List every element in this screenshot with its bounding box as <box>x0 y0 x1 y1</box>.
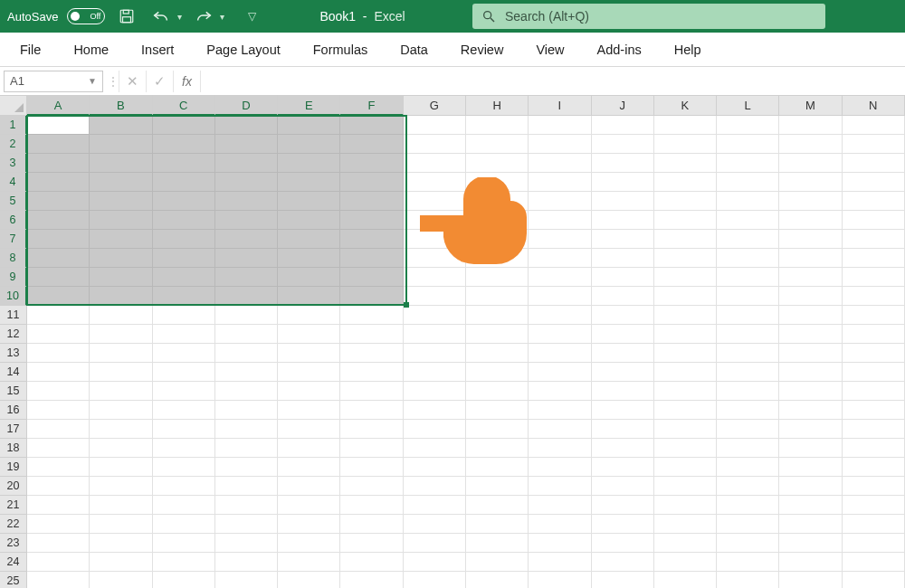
cell[interactable] <box>717 458 779 477</box>
cell[interactable] <box>779 477 842 496</box>
cell[interactable] <box>340 534 403 553</box>
row-header[interactable]: 8 <box>0 249 27 268</box>
cell[interactable] <box>153 325 215 344</box>
qat-customize-icon[interactable]: ▽ <box>248 10 256 23</box>
cell[interactable] <box>717 192 779 211</box>
cell[interactable] <box>529 420 591 439</box>
cell[interactable] <box>340 477 403 496</box>
cell[interactable] <box>717 515 779 534</box>
cell[interactable] <box>529 116 591 135</box>
cell[interactable] <box>215 534 278 553</box>
cell[interactable] <box>843 344 905 363</box>
cell[interactable] <box>278 363 340 382</box>
cell[interactable] <box>278 553 340 572</box>
cell[interactable] <box>27 344 90 363</box>
cell[interactable] <box>340 249 403 268</box>
cell[interactable] <box>779 287 842 306</box>
cell[interactable] <box>153 116 215 135</box>
cell[interactable] <box>466 439 529 458</box>
cell[interactable] <box>779 116 842 135</box>
row-header[interactable]: 17 <box>0 420 27 439</box>
column-header[interactable]: J <box>592 96 654 116</box>
cell[interactable] <box>843 211 905 230</box>
cell[interactable] <box>340 154 403 173</box>
cell[interactable] <box>90 477 152 496</box>
cell[interactable] <box>27 287 90 306</box>
cell[interactable] <box>717 439 779 458</box>
cell[interactable] <box>340 325 403 344</box>
cell[interactable] <box>27 173 90 192</box>
cell[interactable] <box>340 439 403 458</box>
cell[interactable] <box>779 515 842 534</box>
cell[interactable] <box>779 325 842 344</box>
cell[interactable] <box>278 572 340 588</box>
cell[interactable] <box>278 287 340 306</box>
cell[interactable] <box>654 458 717 477</box>
redo-dropdown-icon[interactable]: ▾ <box>220 12 224 22</box>
cell[interactable] <box>340 287 403 306</box>
cell[interactable] <box>215 515 278 534</box>
row-header[interactable]: 18 <box>0 439 27 458</box>
cell[interactable] <box>340 496 403 515</box>
cell[interactable] <box>843 363 905 382</box>
cell[interactable] <box>779 173 842 192</box>
cell[interactable] <box>90 363 152 382</box>
cell[interactable] <box>592 534 654 553</box>
cell[interactable] <box>529 306 591 325</box>
cell[interactable] <box>466 306 529 325</box>
cell[interactable] <box>717 249 779 268</box>
row-header[interactable]: 10 <box>0 287 27 306</box>
column-header[interactable]: F <box>340 96 403 116</box>
row-header[interactable]: 20 <box>0 477 27 496</box>
accept-formula-icon[interactable]: ✓ <box>147 71 174 92</box>
cell[interactable] <box>404 116 466 135</box>
cell[interactable] <box>215 192 278 211</box>
cell[interactable] <box>404 420 466 439</box>
cell[interactable] <box>278 401 340 420</box>
cell[interactable] <box>340 135 403 154</box>
column-header[interactable]: G <box>404 96 466 116</box>
cell[interactable] <box>466 477 529 496</box>
cell[interactable] <box>340 363 403 382</box>
cell[interactable] <box>654 249 717 268</box>
cell[interactable] <box>404 534 466 553</box>
cell[interactable] <box>592 477 654 496</box>
row-header[interactable]: 24 <box>0 553 27 572</box>
row-header[interactable]: 1 <box>0 116 27 135</box>
cell[interactable] <box>27 268 90 287</box>
ribbon-tab-page-layout[interactable]: Page Layout <box>194 37 292 62</box>
cell[interactable] <box>466 420 529 439</box>
cell[interactable] <box>529 572 591 588</box>
cell[interactable] <box>90 553 152 572</box>
row-header[interactable]: 13 <box>0 344 27 363</box>
cell[interactable] <box>466 135 529 154</box>
cell[interactable] <box>340 116 403 135</box>
cell[interactable] <box>654 401 717 420</box>
cell[interactable] <box>843 192 905 211</box>
cell[interactable] <box>779 249 842 268</box>
cell[interactable] <box>278 230 340 249</box>
cell[interactable] <box>529 496 591 515</box>
cell[interactable] <box>654 211 717 230</box>
row-header[interactable]: 14 <box>0 363 27 382</box>
cell[interactable] <box>27 458 90 477</box>
cell[interactable] <box>340 553 403 572</box>
row-header[interactable]: 25 <box>0 572 27 588</box>
cell[interactable] <box>340 306 403 325</box>
cell[interactable] <box>843 135 905 154</box>
cell[interactable] <box>215 249 278 268</box>
spreadsheet-grid[interactable]: ABCDEFGHIJKLMN 1234567891011121314151617… <box>0 96 905 588</box>
cell[interactable] <box>843 325 905 344</box>
row-header[interactable]: 12 <box>0 325 27 344</box>
cell[interactable] <box>27 135 90 154</box>
column-header[interactable]: C <box>153 96 215 116</box>
cell[interactable] <box>592 135 654 154</box>
column-header[interactable]: A <box>27 96 90 116</box>
cell[interactable] <box>215 420 278 439</box>
cell[interactable] <box>592 287 654 306</box>
cell[interactable] <box>404 477 466 496</box>
select-all-corner[interactable] <box>0 96 27 116</box>
cell[interactable] <box>592 211 654 230</box>
cell[interactable] <box>466 344 529 363</box>
row-header[interactable]: 11 <box>0 306 27 325</box>
